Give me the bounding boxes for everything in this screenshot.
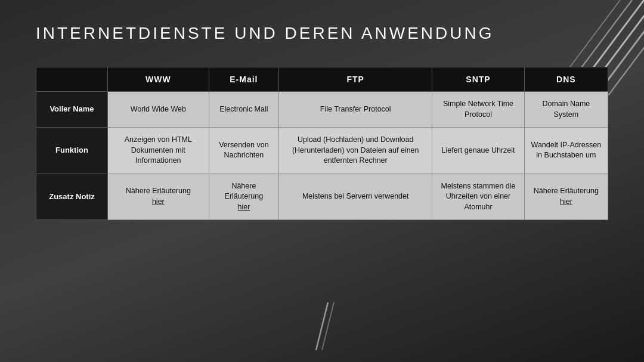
table-row-voller-name: Voller Name World Wide Web Electronic Ma… xyxy=(36,92,608,128)
svg-line-7 xyxy=(322,302,334,350)
table-header-row: WWW E-Mail FTP SNTP DNS xyxy=(36,67,608,92)
cell-www-zusatz-text: Nähere Erläuterung xyxy=(126,187,191,195)
cell-ftp-funktion: Upload (Hochladen) und Download (Herunte… xyxy=(279,128,432,174)
cell-email-zusatz-link[interactable]: hier xyxy=(237,203,250,211)
cell-dns-zusatz-link[interactable]: hier xyxy=(560,197,572,206)
header-email: E-Mail xyxy=(209,67,278,92)
internet-services-table: WWW E-Mail FTP SNTP DNS Voller Name Worl… xyxy=(36,67,608,220)
header-sntp: SNTP xyxy=(432,67,525,92)
cell-email-zusatz: Nähere Erläuterung hier xyxy=(209,174,278,220)
header-ftp: FTP xyxy=(279,67,432,92)
table-container: WWW E-Mail FTP SNTP DNS Voller Name Worl… xyxy=(36,67,608,220)
header-empty xyxy=(36,67,108,92)
row-header-funktion: Funktion xyxy=(36,128,108,174)
table-row-funktion: Funktion Anzeigen von HTML Dokumenten mi… xyxy=(36,128,608,174)
header-www: WWW xyxy=(108,67,209,92)
deco-bottom-slash xyxy=(304,302,340,350)
cell-dns-zusatz: Nähere Erläuterung hier xyxy=(524,174,608,220)
cell-email-voller-name: Electronic Mail xyxy=(209,92,278,128)
cell-dns-zusatz-text: Nähere Erläuterung xyxy=(534,187,599,195)
cell-email-zusatz-text: Nähere Erläuterung xyxy=(225,182,264,201)
title-section: INTERNETDIENSTE UND DEREN ANWENDUNG xyxy=(0,0,644,55)
cell-sntp-funktion: Liefert genaue Uhrzeit xyxy=(432,128,525,174)
cell-www-zusatz-link[interactable]: hier xyxy=(152,197,165,206)
cell-ftp-zusatz: Meistens bei Servern verwendet xyxy=(279,174,432,220)
row-header-voller-name: Voller Name xyxy=(36,92,108,128)
table-row-zusatz: Zusatz Notiz Nähere Erläuterung hier Näh… xyxy=(36,174,608,220)
cell-ftp-voller-name: File Transfer Protocol xyxy=(279,92,432,128)
header-dns: DNS xyxy=(524,67,608,92)
cell-sntp-voller-name: Simple Network Time Protocol xyxy=(432,92,525,128)
svg-line-6 xyxy=(316,302,328,350)
page-title: INTERNETDIENSTE UND DEREN ANWENDUNG xyxy=(36,24,608,43)
cell-dns-funktion: Wandelt IP-Adressen in Buchstaben um xyxy=(524,128,608,174)
cell-www-voller-name: World Wide Web xyxy=(108,92,209,128)
row-header-zusatz: Zusatz Notiz xyxy=(36,174,108,220)
cell-www-zusatz: Nähere Erläuterung hier xyxy=(108,174,209,220)
cell-www-funktion: Anzeigen von HTML Dokumenten mit Informa… xyxy=(108,128,209,174)
cell-sntp-zusatz: Meistens stammen die Uhrzeiten von einer… xyxy=(432,174,525,220)
cell-dns-voller-name: Domain Name System xyxy=(524,92,608,128)
cell-email-funktion: Versenden von Nachrichten xyxy=(209,128,278,174)
